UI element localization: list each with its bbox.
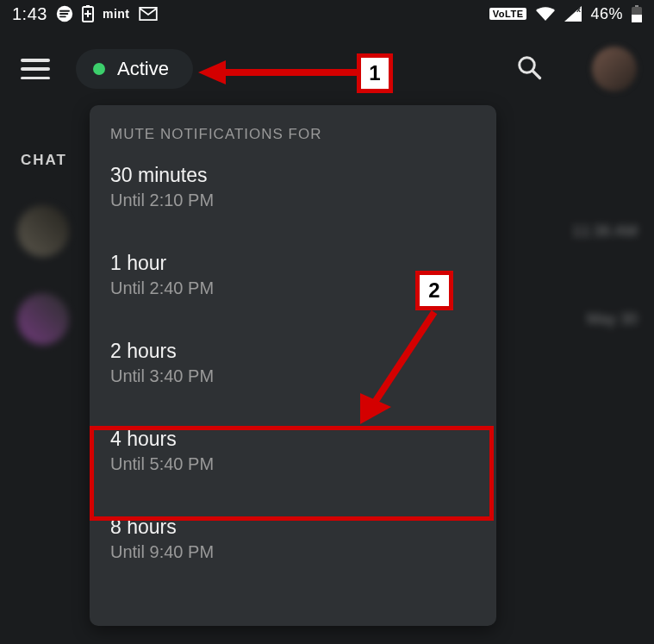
presence-dot-icon — [93, 63, 105, 75]
battery-plus-icon — [82, 5, 94, 22]
annotation-callout-1: 1 — [357, 53, 393, 93]
volte-badge: VoLTE — [489, 8, 527, 20]
carrier-label: mint — [103, 7, 130, 21]
annotation-arrow-2 — [348, 307, 452, 436]
mute-option-30m[interactable]: 30 minutes Until 2:10 PM — [90, 152, 496, 224]
chat-timestamp: 11:36 AM — [572, 222, 638, 241]
chat-avatar — [17, 205, 69, 257]
status-time: 1:43 — [12, 4, 47, 24]
annotation-highlight-4h — [90, 426, 494, 521]
chat-avatar — [17, 293, 69, 345]
svg-rect-2 — [86, 5, 90, 7]
wifi-icon — [535, 6, 556, 22]
section-label-chat: CHAT — [21, 152, 67, 169]
profile-avatar[interactable] — [592, 47, 637, 91]
annotation-arrow-1 — [198, 60, 362, 86]
search-icon — [516, 54, 542, 80]
menu-button[interactable] — [21, 59, 50, 79]
status-chip-active[interactable]: Active — [76, 49, 193, 89]
gmail-icon — [139, 7, 158, 21]
popup-title: MUTE NOTIFICATIONS FOR — [90, 126, 496, 152]
svg-marker-10 — [198, 60, 226, 84]
svg-line-8 — [533, 71, 539, 78]
search-button[interactable] — [516, 54, 542, 84]
battery-icon — [632, 5, 642, 22]
mute-option-until: Until 2:10 PM — [110, 191, 476, 210]
battery-pct: 46% — [590, 5, 623, 23]
svg-line-11 — [374, 312, 434, 403]
mute-option-label: 30 minutes — [110, 164, 476, 187]
mute-option-until: Until 9:40 PM — [110, 542, 476, 562]
chat-bubble-icon — [56, 5, 73, 22]
status-bar: 1:43 mint VoLTE x 46% — [0, 0, 654, 26]
chat-timestamp: May 30 — [587, 310, 638, 328]
signal-icon: x — [564, 6, 582, 22]
svg-text:x: x — [576, 6, 582, 14]
status-chip-label: Active — [117, 58, 169, 80]
svg-rect-6 — [635, 5, 638, 7]
annotation-callout-2: 2 — [415, 271, 453, 310]
svg-rect-5 — [632, 15, 642, 22]
